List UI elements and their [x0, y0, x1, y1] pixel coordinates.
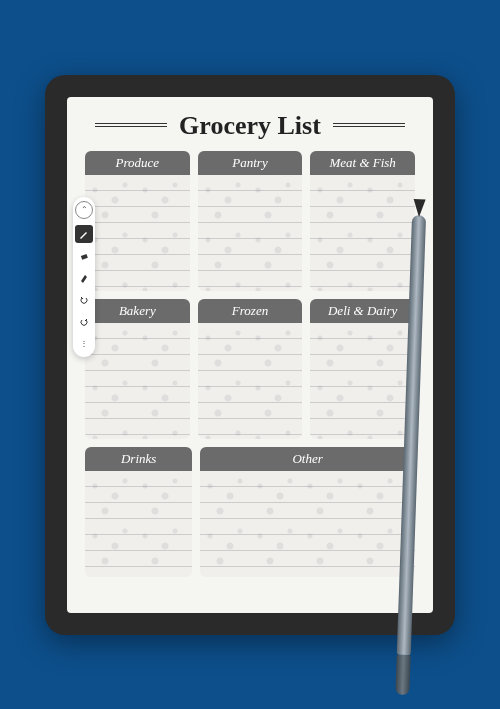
category-header: Other [200, 447, 415, 471]
collapse-button[interactable]: ⌃ [75, 201, 93, 219]
stylus-cap [395, 654, 410, 694]
category-drinks[interactable]: Drinks [85, 447, 192, 577]
category-body[interactable] [85, 471, 192, 577]
more-tool[interactable]: ⋮ [75, 335, 93, 353]
category-header: Pantry [198, 151, 303, 175]
svg-rect-0 [81, 254, 88, 260]
pen-tool[interactable] [75, 225, 93, 243]
highlighter-icon [79, 273, 89, 283]
undo-icon [79, 295, 89, 305]
category-row-2: Bakery Frozen Deli & Dairy [85, 299, 415, 439]
category-body[interactable] [310, 323, 415, 439]
category-pantry[interactable]: Pantry [198, 151, 303, 291]
undo-tool[interactable] [75, 291, 93, 309]
eraser-tool[interactable] [75, 247, 93, 265]
category-meat-fish[interactable]: Meat & Fish [310, 151, 415, 291]
category-other[interactable]: Other [200, 447, 415, 577]
category-body[interactable] [310, 175, 415, 291]
screen: ⌃ ⋮ Grocery List [67, 97, 433, 613]
category-header: Frozen [198, 299, 303, 323]
category-header: Drinks [85, 447, 192, 471]
category-row-1: Produce Pantry Meat & Fish [85, 151, 415, 291]
more-icon: ⋮ [80, 339, 88, 348]
redo-tool[interactable] [75, 313, 93, 331]
category-header: Meat & Fish [310, 151, 415, 175]
category-body[interactable] [85, 323, 190, 439]
category-header: Produce [85, 151, 190, 175]
redo-icon [79, 317, 89, 327]
eraser-icon [79, 251, 89, 261]
doodle-bg [85, 175, 190, 291]
title-area: Grocery List [85, 111, 415, 141]
pen-icon [79, 229, 89, 239]
doodle-bg [310, 323, 415, 439]
tablet-frame: ⌃ ⋮ Grocery List [45, 75, 455, 635]
category-produce[interactable]: Produce [85, 151, 190, 291]
stylus-tip [413, 198, 426, 216]
doodle-bg [200, 471, 415, 577]
category-body[interactable] [200, 471, 415, 577]
doodle-bg [85, 471, 192, 577]
highlighter-tool[interactable] [75, 269, 93, 287]
page-title: Grocery List [179, 111, 321, 141]
category-body[interactable] [85, 175, 190, 291]
chevron-up-icon: ⌃ [81, 205, 88, 214]
doodle-bg [85, 323, 190, 439]
category-body[interactable] [198, 323, 303, 439]
doodle-bg [198, 323, 303, 439]
category-bakery[interactable]: Bakery [85, 299, 190, 439]
category-row-3: Drinks Other [85, 447, 415, 577]
doodle-bg [198, 175, 303, 291]
category-header: Bakery [85, 299, 190, 323]
doodle-bg [310, 175, 415, 291]
category-deli-dairy[interactable]: Deli & Dairy [310, 299, 415, 439]
toolbar: ⌃ ⋮ [73, 197, 95, 357]
category-body[interactable] [198, 175, 303, 291]
category-frozen[interactable]: Frozen [198, 299, 303, 439]
category-header: Deli & Dairy [310, 299, 415, 323]
